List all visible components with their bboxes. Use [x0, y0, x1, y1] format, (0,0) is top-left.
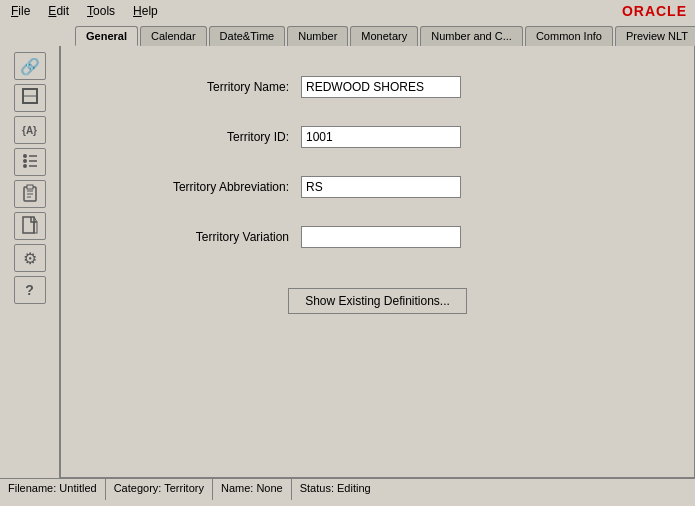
content-area: Territory Name: Territory ID: Territory … [60, 46, 695, 478]
list-icon [21, 152, 39, 173]
svg-rect-15 [34, 222, 37, 233]
menu-edit[interactable]: Edit [45, 3, 72, 19]
territory-abbreviation-input[interactable] [301, 176, 461, 198]
territory-name-input[interactable] [301, 76, 461, 98]
settings-icon: ⚙ [23, 249, 37, 268]
sidebar-btn-clipboard[interactable] [14, 180, 46, 208]
tab-monetary[interactable]: Monetary [350, 26, 418, 46]
oracle-logo: ORACLE [622, 3, 687, 19]
shape-icon [21, 87, 39, 109]
territory-id-row: Territory ID: [101, 126, 654, 148]
statusbar: Filename: Untitled Category: Territory N… [0, 478, 695, 500]
territory-name-row: Territory Name: [101, 76, 654, 98]
tab-preview-nlt[interactable]: Preview NLT [615, 26, 695, 46]
menubar: File Edit Tools Help ORACLE [0, 0, 695, 22]
tab-datetime[interactable]: Date&Time [209, 26, 286, 46]
category-status: Category: Territory [106, 479, 213, 500]
main-layout: 🔗 {A} [0, 46, 695, 478]
editing-status: Status: Editing [292, 479, 379, 500]
territory-id-input[interactable] [301, 126, 461, 148]
territory-variation-row: Territory Variation [101, 226, 654, 248]
tab-general[interactable]: General [75, 26, 138, 46]
sidebar-btn-shape[interactable] [14, 84, 46, 112]
sidebar-btn-variable[interactable]: {A} [14, 116, 46, 144]
territory-name-label: Territory Name: [101, 80, 301, 94]
menu-tools[interactable]: Tools [84, 3, 118, 19]
sidebar: 🔗 {A} [0, 46, 60, 478]
clipboard-icon [21, 184, 39, 205]
variable-icon: {A} [22, 125, 37, 136]
tab-calendar[interactable]: Calendar [140, 26, 207, 46]
svg-rect-9 [27, 185, 33, 189]
name-status: Name: None [213, 479, 292, 500]
sidebar-btn-list[interactable] [14, 148, 46, 176]
territory-variation-label: Territory Variation [101, 230, 301, 244]
svg-rect-13 [23, 217, 34, 233]
tab-number-and-c[interactable]: Number and C... [420, 26, 523, 46]
sidebar-btn-document[interactable] [14, 212, 46, 240]
link-icon: 🔗 [20, 57, 40, 76]
territory-abbreviation-row: Territory Abbreviation: [101, 176, 654, 198]
tab-bar: General Calendar Date&Time Number Moneta… [0, 22, 695, 46]
tab-common-info[interactable]: Common Info [525, 26, 613, 46]
document-icon [21, 216, 39, 237]
sidebar-btn-link[interactable]: 🔗 [14, 52, 46, 80]
help-icon: ? [25, 282, 34, 298]
territory-abbreviation-label: Territory Abbreviation: [101, 180, 301, 194]
menu-help[interactable]: Help [130, 3, 161, 19]
territory-id-label: Territory ID: [101, 130, 301, 144]
show-existing-button[interactable]: Show Existing Definitions... [288, 288, 467, 314]
filename-status: Filename: Untitled [0, 479, 106, 500]
menubar-left: File Edit Tools Help [8, 3, 161, 19]
svg-point-2 [23, 154, 27, 158]
territory-variation-input[interactable] [301, 226, 461, 248]
tab-number[interactable]: Number [287, 26, 348, 46]
svg-point-3 [23, 159, 27, 163]
svg-point-4 [23, 164, 27, 168]
sidebar-btn-settings[interactable]: ⚙ [14, 244, 46, 272]
sidebar-btn-help[interactable]: ? [14, 276, 46, 304]
menu-file[interactable]: File [8, 3, 33, 19]
